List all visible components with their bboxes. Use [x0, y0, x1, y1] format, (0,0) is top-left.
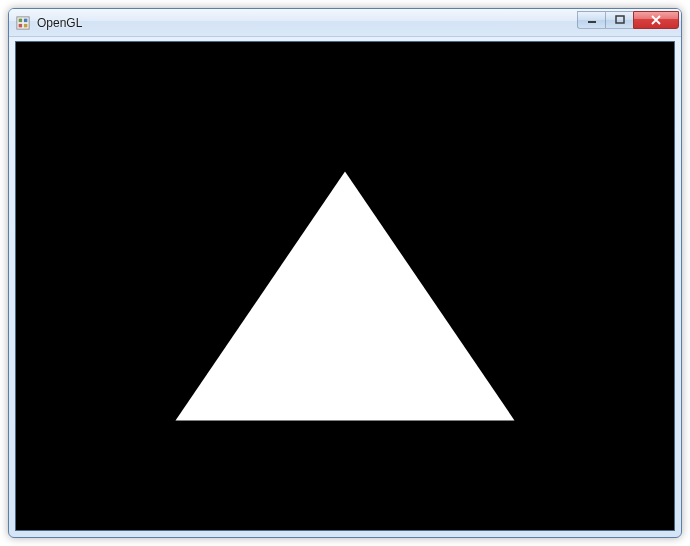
svg-rect-5 [588, 21, 596, 23]
app-icon [15, 15, 31, 31]
opengl-canvas [15, 41, 675, 531]
maximize-icon [614, 15, 626, 25]
svg-rect-6 [616, 16, 624, 23]
window-frame-border [9, 37, 681, 537]
svg-marker-7 [176, 171, 515, 420]
svg-rect-1 [19, 18, 23, 22]
rendered-triangle [16, 42, 674, 530]
close-button[interactable] [633, 11, 679, 29]
close-icon [650, 15, 662, 25]
window-title: OpenGL [37, 16, 577, 30]
svg-rect-4 [24, 23, 28, 27]
application-window: OpenGL [8, 8, 682, 538]
maximize-button[interactable] [605, 11, 633, 29]
window-controls [577, 11, 679, 31]
svg-rect-2 [24, 18, 28, 22]
svg-rect-3 [19, 23, 23, 27]
minimize-button[interactable] [577, 11, 605, 29]
minimize-icon [586, 15, 598, 25]
titlebar[interactable]: OpenGL [9, 9, 681, 37]
